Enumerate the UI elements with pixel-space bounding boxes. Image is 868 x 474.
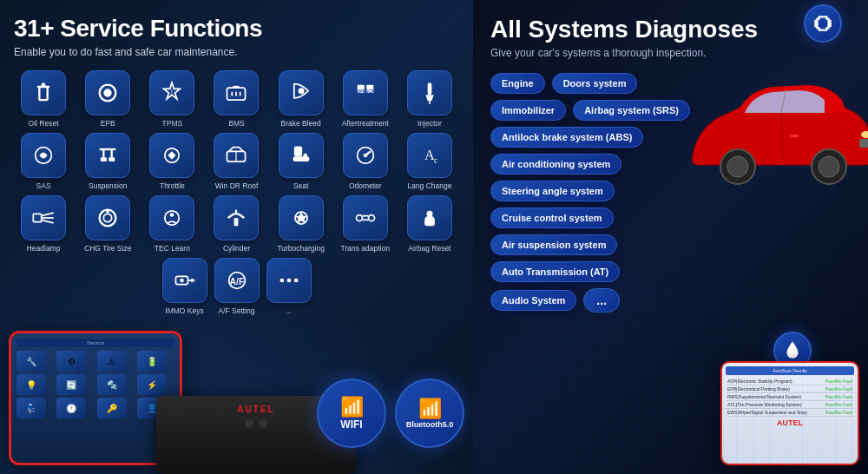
diag-tag-immobilizer[interactable]: Immobilizer	[490, 100, 566, 121]
diag-tag-transmission[interactable]: Auto Transmission (AT)	[490, 261, 620, 282]
svg-rect-69	[790, 135, 799, 137]
engine-icon-area	[804, 4, 842, 43]
screen-header: Service	[16, 339, 174, 347]
screen-icons-grid: 🔧 ⚙ ⚠ 🔋 💡 🔄 🔩 ⚡ 💺 🕐 🔑 👤	[16, 351, 174, 418]
diag-tag-cruise[interactable]: Cruise control system	[490, 207, 614, 228]
icon-tpms: ! TPMS	[142, 70, 201, 128]
diag-tag-audio[interactable]: Audio System	[490, 290, 576, 311]
diag-row-8: Audio System ...	[490, 288, 854, 313]
svg-point-58	[279, 279, 284, 283]
diag-tag-airbag[interactable]: Airbag system (SRS)	[573, 100, 690, 121]
right-panel: All Systems Diagnoses Give your car's sy…	[473, 0, 868, 474]
svg-text:c: c	[434, 156, 437, 165]
icon-suspension: Suspension	[78, 133, 137, 190]
tablet-screen-right: AutoScan Results ASP(Electronic Stabilit…	[722, 363, 858, 464]
svg-rect-66	[859, 139, 868, 148]
wifi-label: WIFI	[340, 418, 362, 431]
icon-turbocharging: Turbocharging	[272, 195, 331, 253]
tablet-device-right: AutoScan Results ASP(Electronic Stabilit…	[720, 361, 859, 465]
svg-line-35	[42, 221, 54, 224]
tablet-screen-left: Service 🔧 ⚙ ⚠ 🔋 💡 🔄 🔩 ⚡ 💺 🕐 🔑 👤	[11, 333, 180, 463]
brand-right: AUTEL	[726, 417, 854, 429]
icon-aftertreatment: DPFSCR Aftertreatment	[336, 70, 395, 128]
diag-tag-abs[interactable]: Antilock brake system (ABS)	[490, 127, 643, 148]
svg-point-52	[180, 279, 184, 283]
svg-point-39	[170, 213, 174, 217]
svg-rect-20	[108, 157, 115, 161]
svg-text:A/F: A/F	[229, 276, 245, 286]
svg-point-1	[104, 89, 112, 96]
icon-cylinder: Cylinder	[207, 195, 266, 253]
svg-rect-4	[233, 86, 240, 88]
diag-tag-doors[interactable]: Doors system	[552, 73, 638, 94]
icon-lang-change: Ac Lang Change	[400, 133, 459, 190]
diag-tag-engine[interactable]: Engine	[490, 73, 545, 94]
svg-point-47	[368, 215, 374, 221]
svg-line-33	[42, 213, 54, 216]
right-title: All Systems Diagnoses	[490, 16, 854, 43]
screen-row-4: EWS(Wiper/Signal Suspension and Stop) Pa…	[726, 409, 854, 417]
icon-oil-reset: Oil Reset	[14, 70, 73, 128]
icon-bms: BMS	[207, 70, 266, 128]
svg-point-29	[363, 154, 367, 158]
svg-rect-19	[101, 157, 107, 161]
bluetooth-badge: 📶 Bluetooth5.0	[395, 379, 464, 448]
icon-win-dr-roof: Win DR Roof	[207, 133, 266, 190]
screen-row-2: RWS(Supplemental Restraint System) Pass/…	[726, 393, 854, 401]
engine-circle	[804, 4, 842, 43]
svg-point-60	[293, 279, 298, 283]
diag-tag-more[interactable]: ...	[583, 288, 620, 313]
diag-row-6: Air suspension system	[490, 234, 854, 255]
left-title: 31+ Service Functions	[14, 16, 459, 43]
icon-brake-bleed: Brake Bleed	[272, 70, 331, 128]
svg-text:SCR: SCR	[365, 89, 374, 94]
screen-title-right: AutoScan Results	[726, 366, 854, 375]
svg-rect-26	[303, 154, 307, 161]
wifi-icon: 📶	[340, 396, 364, 418]
device-area: Service 🔧 ⚙ ⚠ 🔋 💡 🔄 🔩 ⚡ 💺 🕐 🔑 👤	[0, 292, 473, 474]
svg-rect-44	[234, 218, 239, 226]
svg-text:!: !	[171, 89, 173, 96]
diag-tag-steering[interactable]: Steering angle system	[490, 181, 615, 201]
icon-tec-learn: TEC Learn	[142, 195, 201, 253]
service-icon-grid: Oil Reset EPB ! TPMS BMS Brake Bleed	[14, 70, 459, 253]
bluetooth-icon: 📶	[418, 398, 442, 420]
icon-injector: Injector	[400, 70, 459, 128]
icon-odometer: Odometer	[336, 133, 395, 190]
wifi-badge: 📶 WIFI	[317, 379, 386, 448]
screen-row-3: ATC(Tire Pressure Monitoring System) Pas…	[726, 401, 854, 409]
svg-rect-32	[33, 214, 41, 222]
left-subtitle: Enable you to do fast and safe car maint…	[14, 46, 459, 58]
icon-trans-adaption: Trans adaption	[336, 195, 395, 253]
left-panel: 31+ Service Functions Enable you to do f…	[0, 0, 473, 474]
car-illustration	[677, 52, 868, 226]
svg-point-63	[727, 156, 748, 177]
diag-tag-air-susp[interactable]: Air suspension system	[490, 234, 617, 255]
svg-point-65	[819, 156, 839, 177]
diag-tag-ac[interactable]: Air conditioning system	[490, 154, 621, 174]
svg-rect-13	[428, 82, 432, 95]
svg-point-8	[298, 88, 304, 94]
icon-airbag-reset: Airbag Reset	[400, 195, 459, 253]
screen-row-0: ASP(Electronic Stability Program) Pass/N…	[726, 378, 854, 385]
screen-row-1: EPB(Electronical Parking Brake) Pass/No …	[726, 385, 854, 393]
svg-line-40	[228, 214, 234, 219]
diag-row-7: Auto Transmission (AT)	[490, 261, 854, 282]
bluetooth-label: Bluetooth5.0	[406, 420, 454, 429]
svg-point-46	[356, 215, 362, 221]
icon-seat: Seat	[272, 133, 331, 190]
svg-line-42	[239, 214, 245, 219]
svg-rect-24	[293, 146, 301, 156]
svg-point-59	[286, 279, 291, 283]
icon-throttle: Throttle	[142, 133, 201, 190]
icon-headlamp: Headlamp	[14, 195, 73, 253]
icon-sas: SAS	[14, 133, 73, 190]
icon-chg-tire: CHG Tire Size	[78, 195, 137, 253]
icon-epb: EPB	[78, 70, 137, 128]
svg-point-37	[104, 214, 112, 222]
